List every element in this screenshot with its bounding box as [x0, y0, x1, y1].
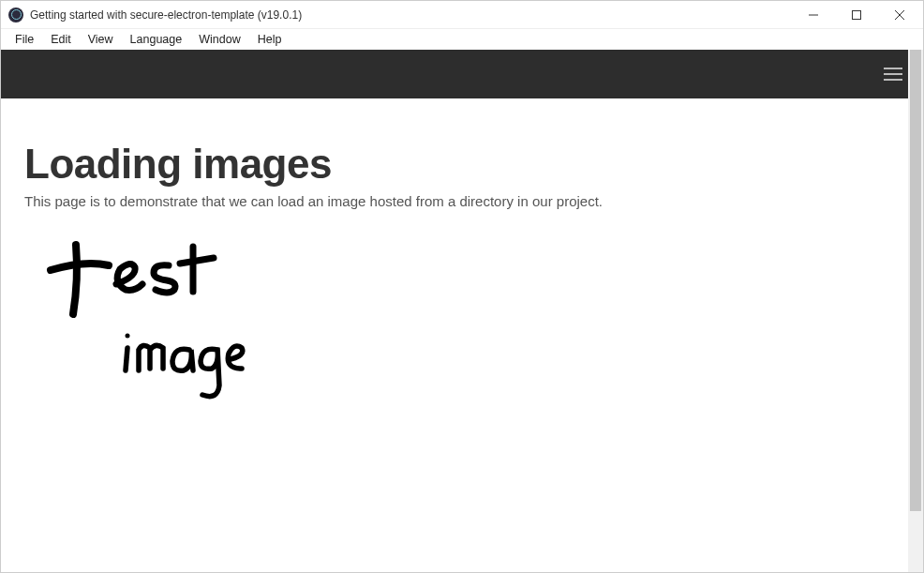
navbar	[1, 50, 923, 98]
menubar: File Edit View Language Window Help	[1, 29, 923, 50]
page-description: This page is to demonstrate that we can …	[24, 193, 900, 209]
close-button[interactable]	[878, 1, 921, 29]
minimize-button[interactable]	[792, 1, 835, 29]
test-image	[34, 237, 900, 419]
window-title: Getting started with secure-electron-tem…	[30, 8, 792, 22]
menu-language[interactable]: Language	[122, 31, 191, 48]
svg-point-4	[126, 334, 130, 339]
menu-help[interactable]: Help	[249, 31, 291, 48]
menu-file[interactable]: File	[7, 31, 42, 48]
maximize-button[interactable]	[835, 1, 878, 29]
page-title: Loading images	[24, 141, 900, 188]
scrollbar-thumb[interactable]	[910, 50, 921, 511]
titlebar: Getting started with secure-electron-tem…	[1, 1, 923, 29]
menu-view[interactable]: View	[80, 31, 122, 48]
content-region: Loading images This page is to demonstra…	[1, 98, 923, 573]
svg-rect-1	[853, 10, 861, 19]
menu-edit[interactable]: Edit	[42, 31, 80, 48]
scrollbar-track[interactable]	[908, 50, 923, 573]
main-content: Loading images This page is to demonstra…	[1, 98, 923, 573]
window-controls	[792, 1, 921, 29]
menu-window[interactable]: Window	[190, 31, 248, 48]
hamburger-menu-icon[interactable]	[884, 68, 902, 81]
app-icon	[8, 8, 23, 23]
